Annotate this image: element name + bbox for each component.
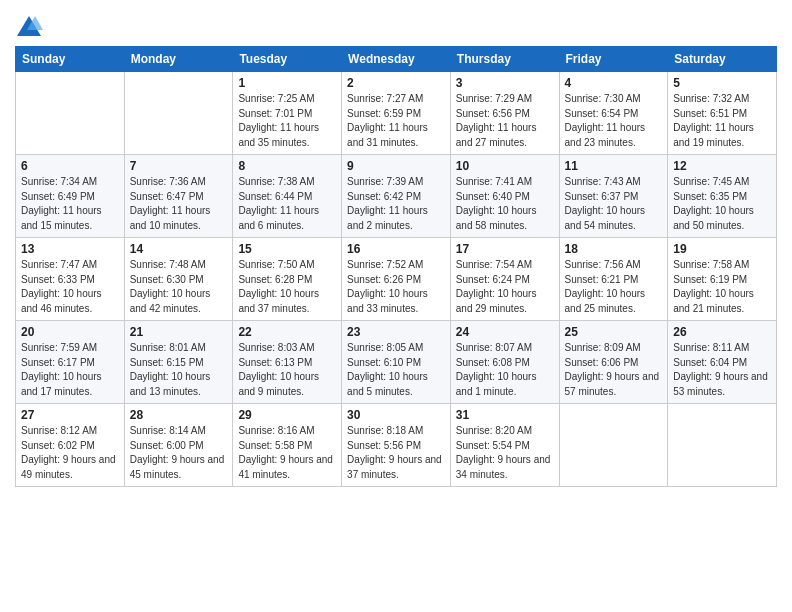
col-header-friday: Friday [559,47,668,72]
calendar-cell: 12Sunrise: 7:45 AMSunset: 6:35 PMDayligh… [668,155,777,238]
day-number: 18 [565,242,663,256]
day-number: 17 [456,242,554,256]
logo [15,14,47,42]
day-number: 9 [347,159,445,173]
day-info: Sunrise: 7:30 AMSunset: 6:54 PMDaylight:… [565,92,663,150]
calendar-cell [124,72,233,155]
calendar-cell: 29Sunrise: 8:16 AMSunset: 5:58 PMDayligh… [233,404,342,487]
calendar-cell: 8Sunrise: 7:38 AMSunset: 6:44 PMDaylight… [233,155,342,238]
day-number: 4 [565,76,663,90]
day-info: Sunrise: 8:09 AMSunset: 6:06 PMDaylight:… [565,341,663,399]
header [15,10,777,42]
calendar-cell: 6Sunrise: 7:34 AMSunset: 6:49 PMDaylight… [16,155,125,238]
day-number: 6 [21,159,119,173]
calendar-cell: 15Sunrise: 7:50 AMSunset: 6:28 PMDayligh… [233,238,342,321]
day-info: Sunrise: 7:29 AMSunset: 6:56 PMDaylight:… [456,92,554,150]
week-row-1: 6Sunrise: 7:34 AMSunset: 6:49 PMDaylight… [16,155,777,238]
day-info: Sunrise: 8:07 AMSunset: 6:08 PMDaylight:… [456,341,554,399]
day-number: 23 [347,325,445,339]
calendar-cell: 5Sunrise: 7:32 AMSunset: 6:51 PMDaylight… [668,72,777,155]
day-info: Sunrise: 7:50 AMSunset: 6:28 PMDaylight:… [238,258,336,316]
week-row-0: 1Sunrise: 7:25 AMSunset: 7:01 PMDaylight… [16,72,777,155]
col-header-tuesday: Tuesday [233,47,342,72]
day-info: Sunrise: 7:48 AMSunset: 6:30 PMDaylight:… [130,258,228,316]
calendar-cell: 30Sunrise: 8:18 AMSunset: 5:56 PMDayligh… [342,404,451,487]
calendar-cell: 31Sunrise: 8:20 AMSunset: 5:54 PMDayligh… [450,404,559,487]
day-number: 12 [673,159,771,173]
day-info: Sunrise: 8:01 AMSunset: 6:15 PMDaylight:… [130,341,228,399]
day-number: 28 [130,408,228,422]
calendar-cell: 21Sunrise: 8:01 AMSunset: 6:15 PMDayligh… [124,321,233,404]
calendar-cell: 11Sunrise: 7:43 AMSunset: 6:37 PMDayligh… [559,155,668,238]
day-info: Sunrise: 8:16 AMSunset: 5:58 PMDaylight:… [238,424,336,482]
col-header-saturday: Saturday [668,47,777,72]
day-info: Sunrise: 7:45 AMSunset: 6:35 PMDaylight:… [673,175,771,233]
day-info: Sunrise: 7:25 AMSunset: 7:01 PMDaylight:… [238,92,336,150]
day-number: 26 [673,325,771,339]
calendar-cell: 25Sunrise: 8:09 AMSunset: 6:06 PMDayligh… [559,321,668,404]
day-info: Sunrise: 7:36 AMSunset: 6:47 PMDaylight:… [130,175,228,233]
day-number: 15 [238,242,336,256]
calendar-cell: 1Sunrise: 7:25 AMSunset: 7:01 PMDaylight… [233,72,342,155]
calendar-cell: 19Sunrise: 7:58 AMSunset: 6:19 PMDayligh… [668,238,777,321]
day-number: 20 [21,325,119,339]
day-info: Sunrise: 7:38 AMSunset: 6:44 PMDaylight:… [238,175,336,233]
day-info: Sunrise: 7:58 AMSunset: 6:19 PMDaylight:… [673,258,771,316]
calendar-cell [668,404,777,487]
calendar-cell: 16Sunrise: 7:52 AMSunset: 6:26 PMDayligh… [342,238,451,321]
calendar-cell: 18Sunrise: 7:56 AMSunset: 6:21 PMDayligh… [559,238,668,321]
calendar-cell: 26Sunrise: 8:11 AMSunset: 6:04 PMDayligh… [668,321,777,404]
day-info: Sunrise: 7:59 AMSunset: 6:17 PMDaylight:… [21,341,119,399]
day-info: Sunrise: 7:56 AMSunset: 6:21 PMDaylight:… [565,258,663,316]
day-number: 1 [238,76,336,90]
col-header-monday: Monday [124,47,233,72]
day-number: 16 [347,242,445,256]
week-row-2: 13Sunrise: 7:47 AMSunset: 6:33 PMDayligh… [16,238,777,321]
calendar-cell: 9Sunrise: 7:39 AMSunset: 6:42 PMDaylight… [342,155,451,238]
calendar-cell: 27Sunrise: 8:12 AMSunset: 6:02 PMDayligh… [16,404,125,487]
day-number: 13 [21,242,119,256]
day-number: 25 [565,325,663,339]
day-number: 3 [456,76,554,90]
day-number: 24 [456,325,554,339]
day-info: Sunrise: 7:43 AMSunset: 6:37 PMDaylight:… [565,175,663,233]
day-number: 10 [456,159,554,173]
col-header-thursday: Thursday [450,47,559,72]
day-number: 22 [238,325,336,339]
col-header-wednesday: Wednesday [342,47,451,72]
page: SundayMondayTuesdayWednesdayThursdayFrid… [0,0,792,612]
day-number: 21 [130,325,228,339]
day-number: 14 [130,242,228,256]
day-info: Sunrise: 8:12 AMSunset: 6:02 PMDaylight:… [21,424,119,482]
calendar-cell: 24Sunrise: 8:07 AMSunset: 6:08 PMDayligh… [450,321,559,404]
day-info: Sunrise: 8:18 AMSunset: 5:56 PMDaylight:… [347,424,445,482]
calendar-cell [559,404,668,487]
calendar-cell: 3Sunrise: 7:29 AMSunset: 6:56 PMDaylight… [450,72,559,155]
day-info: Sunrise: 8:11 AMSunset: 6:04 PMDaylight:… [673,341,771,399]
calendar-cell: 10Sunrise: 7:41 AMSunset: 6:40 PMDayligh… [450,155,559,238]
day-info: Sunrise: 8:20 AMSunset: 5:54 PMDaylight:… [456,424,554,482]
logo-icon [15,14,43,42]
day-number: 11 [565,159,663,173]
calendar-cell: 17Sunrise: 7:54 AMSunset: 6:24 PMDayligh… [450,238,559,321]
calendar-header-row: SundayMondayTuesdayWednesdayThursdayFrid… [16,47,777,72]
day-info: Sunrise: 7:52 AMSunset: 6:26 PMDaylight:… [347,258,445,316]
calendar-cell: 28Sunrise: 8:14 AMSunset: 6:00 PMDayligh… [124,404,233,487]
day-info: Sunrise: 7:27 AMSunset: 6:59 PMDaylight:… [347,92,445,150]
day-info: Sunrise: 7:47 AMSunset: 6:33 PMDaylight:… [21,258,119,316]
day-info: Sunrise: 7:32 AMSunset: 6:51 PMDaylight:… [673,92,771,150]
calendar-cell: 23Sunrise: 8:05 AMSunset: 6:10 PMDayligh… [342,321,451,404]
day-number: 31 [456,408,554,422]
calendar-cell: 2Sunrise: 7:27 AMSunset: 6:59 PMDaylight… [342,72,451,155]
day-number: 19 [673,242,771,256]
calendar-cell: 13Sunrise: 7:47 AMSunset: 6:33 PMDayligh… [16,238,125,321]
day-info: Sunrise: 8:14 AMSunset: 6:00 PMDaylight:… [130,424,228,482]
day-info: Sunrise: 8:03 AMSunset: 6:13 PMDaylight:… [238,341,336,399]
calendar-cell: 7Sunrise: 7:36 AMSunset: 6:47 PMDaylight… [124,155,233,238]
calendar-table: SundayMondayTuesdayWednesdayThursdayFrid… [15,46,777,487]
calendar-body: 1Sunrise: 7:25 AMSunset: 7:01 PMDaylight… [16,72,777,487]
day-number: 7 [130,159,228,173]
calendar-cell: 22Sunrise: 8:03 AMSunset: 6:13 PMDayligh… [233,321,342,404]
calendar-cell: 20Sunrise: 7:59 AMSunset: 6:17 PMDayligh… [16,321,125,404]
day-info: Sunrise: 7:54 AMSunset: 6:24 PMDaylight:… [456,258,554,316]
